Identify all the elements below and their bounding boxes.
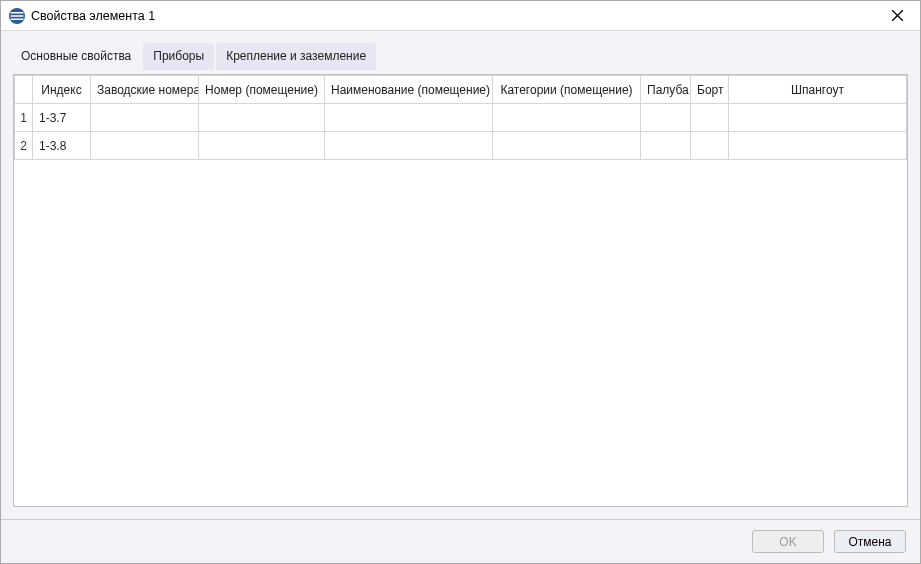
col-index[interactable]: Индекс xyxy=(33,76,91,104)
cell-room-cat[interactable] xyxy=(493,132,641,160)
col-side[interactable]: Борт xyxy=(691,76,729,104)
window-title: Свойства элемента 1 xyxy=(31,9,874,23)
devices-table[interactable]: Индекс Заводские номера Номер (помещение… xyxy=(14,75,907,160)
cell-side[interactable] xyxy=(691,104,729,132)
cell-index[interactable]: 1-3.7 xyxy=(33,104,91,132)
devices-table-container: Индекс Заводские номера Номер (помещение… xyxy=(13,74,908,507)
cell-room-no[interactable] xyxy=(199,132,325,160)
col-room-name[interactable]: Наименование (помещение) xyxy=(325,76,493,104)
col-serial[interactable]: Заводские номера xyxy=(91,76,199,104)
titlebar: Свойства элемента 1 xyxy=(1,1,920,31)
cancel-button[interactable]: Отмена xyxy=(834,530,906,553)
app-icon xyxy=(9,8,25,24)
cell-index[interactable]: 1-3.8 xyxy=(33,132,91,160)
tab-mounting-grounding[interactable]: Крепление и заземление xyxy=(216,43,376,70)
tab-bar: Основные свойства Приборы Крепление и за… xyxy=(1,31,920,70)
tab-devices[interactable]: Приборы xyxy=(143,43,214,70)
cell-room-name[interactable] xyxy=(325,104,493,132)
dialog-footer: OK Отмена xyxy=(1,519,920,563)
col-frame[interactable]: Шпангоут xyxy=(729,76,907,104)
client-area: Основные свойства Приборы Крепление и за… xyxy=(1,31,920,563)
table-row[interactable]: 2 1-3.8 xyxy=(15,132,907,160)
cell-room-name[interactable] xyxy=(325,132,493,160)
cell-frame[interactable] xyxy=(729,132,907,160)
cell-side[interactable] xyxy=(691,132,729,160)
cell-serial[interactable] xyxy=(91,132,199,160)
cell-frame[interactable] xyxy=(729,104,907,132)
cell-deck[interactable] xyxy=(641,132,691,160)
cell-serial[interactable] xyxy=(91,104,199,132)
col-deck[interactable]: Палуба xyxy=(641,76,691,104)
table-header-row: Индекс Заводские номера Номер (помещение… xyxy=(15,76,907,104)
col-room-no[interactable]: Номер (помещение) xyxy=(199,76,325,104)
cell-room-no[interactable] xyxy=(199,104,325,132)
cell-deck[interactable] xyxy=(641,104,691,132)
col-room-cat[interactable]: Категории (помещение) xyxy=(493,76,641,104)
cell-rownum: 1 xyxy=(15,104,33,132)
close-button[interactable] xyxy=(874,1,920,31)
tab-main-properties[interactable]: Основные свойства xyxy=(11,43,141,70)
ok-button[interactable]: OK xyxy=(752,530,824,553)
cell-rownum: 2 xyxy=(15,132,33,160)
close-icon xyxy=(892,10,903,21)
col-rownum[interactable] xyxy=(15,76,33,104)
cell-room-cat[interactable] xyxy=(493,104,641,132)
table-row[interactable]: 1 1-3.7 xyxy=(15,104,907,132)
